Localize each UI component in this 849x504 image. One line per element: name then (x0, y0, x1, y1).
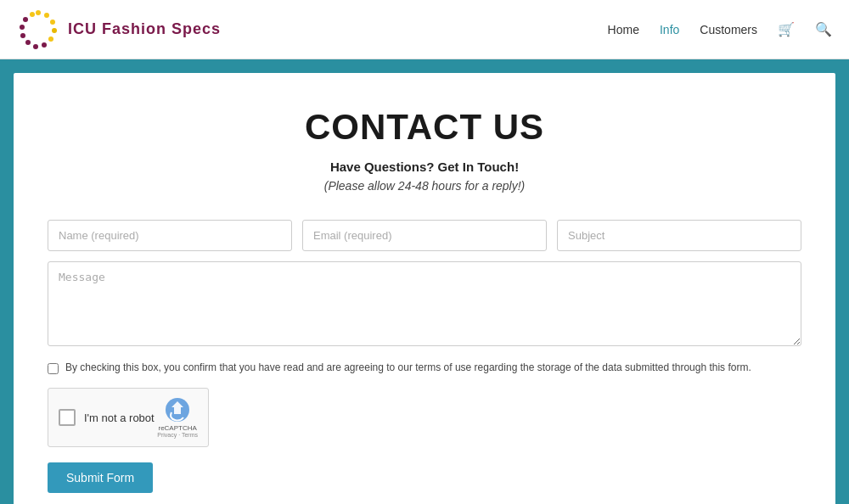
main-nav: Home Info Customers 🛒 🔍 (608, 21, 832, 37)
subtitle-note: (Please allow 24-48 hours for a reply!) (48, 179, 801, 193)
logo-area: ICU Fashion Specs (17, 8, 221, 51)
svg-point-2 (50, 20, 55, 25)
main-wrapper: CONTACT US Have Questions? Get In Touch!… (0, 59, 849, 504)
nav-customers[interactable]: Customers (700, 23, 757, 36)
contact-form: By checking this box, you confirm that y… (48, 220, 801, 493)
search-icon[interactable]: 🔍 (815, 21, 832, 37)
terms-checkbox-row: By checking this box, you confirm that y… (48, 361, 801, 374)
nav-home[interactable]: Home (608, 23, 639, 36)
name-input[interactable] (48, 220, 292, 251)
recaptcha-links-text[interactable]: Privacy · Terms (157, 432, 198, 438)
submit-button[interactable]: Submit Form (48, 462, 153, 493)
terms-label[interactable]: By checking this box, you confirm that y… (65, 361, 751, 373)
svg-point-7 (25, 40, 31, 45)
header: ICU Fashion Specs Home Info Customers 🛒 … (0, 0, 849, 59)
svg-point-4 (48, 36, 53, 42)
logo-dots-icon (17, 8, 59, 51)
recaptcha-checkbox[interactable] (59, 409, 76, 426)
svg-point-11 (30, 12, 35, 17)
svg-point-6 (33, 44, 38, 49)
cart-icon[interactable]: 🛒 (778, 21, 795, 37)
recaptcha-logo-icon (165, 397, 190, 423)
recaptcha-left: I'm not a robot (59, 409, 155, 426)
page-title: CONTACT US (48, 107, 801, 148)
logo-title: ICU Fashion Specs (68, 20, 221, 38)
recaptcha-branding: reCAPTCHA Privacy · Terms (157, 397, 198, 438)
recaptcha-brand-text: reCAPTCHA (158, 424, 196, 432)
svg-point-9 (20, 25, 25, 30)
svg-point-5 (42, 42, 47, 48)
content-box: CONTACT US Have Questions? Get In Touch!… (14, 73, 835, 504)
nav-info[interactable]: Info (660, 23, 679, 36)
terms-checkbox[interactable] (48, 363, 59, 374)
svg-point-0 (36, 10, 41, 15)
recaptcha-widget[interactable]: I'm not a robot reCAPTCHA Privacy · Term… (48, 388, 209, 447)
message-textarea[interactable] (48, 261, 801, 346)
subtitle: Have Questions? Get In Touch! (48, 160, 801, 174)
recaptcha-label: I'm not a robot (84, 412, 155, 424)
email-input[interactable] (302, 220, 547, 251)
svg-point-10 (23, 17, 28, 22)
subject-input[interactable] (557, 220, 801, 251)
svg-point-3 (52, 28, 57, 33)
form-row-1 (48, 220, 801, 251)
svg-point-8 (20, 33, 25, 38)
svg-point-1 (44, 13, 49, 18)
